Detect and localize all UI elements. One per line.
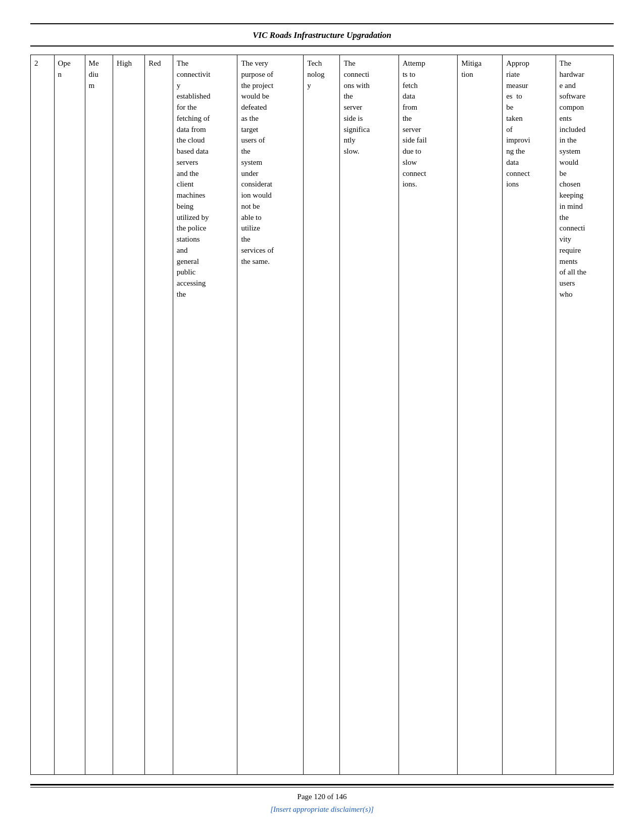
cell-connections: The connecti ons with the server side is… xyxy=(340,55,399,775)
main-table: 2 Open Medium High Red The connectivit y… xyxy=(30,55,614,775)
footer-disclaimer: [Insert appropriate disclaimer(s)] xyxy=(270,805,373,814)
cell-ope: Open xyxy=(54,55,85,775)
header-line-bottom xyxy=(30,45,614,47)
cell-attempts: Attemp ts to fetch data from the server … xyxy=(399,55,458,775)
cell-appropriate: Approp riate measur es to be taken of im… xyxy=(503,55,556,775)
cell-high: High xyxy=(113,55,145,775)
cell-num: 2 xyxy=(31,55,55,775)
table-row: 2 Open Medium High Red The connectivit y… xyxy=(31,55,614,775)
footer-line-top xyxy=(30,784,614,785)
page-header: VIC Roads Infrastructure Upgradation xyxy=(30,20,614,50)
cell-vpurpose: The very purpose of the project would be… xyxy=(237,55,304,775)
page-footer: Page 120 of 146 [Insert appropriate disc… xyxy=(30,784,614,814)
footer-line-bottom xyxy=(30,787,614,787)
cell-mitigation: Mitiga tion xyxy=(458,55,503,775)
cell-me: Medium xyxy=(85,55,113,775)
cell-red: Red xyxy=(145,55,173,775)
header-line-top xyxy=(30,23,614,24)
page-title: VIC Roads Infrastructure Upgradation xyxy=(30,27,614,42)
cell-components: The hardwar e and software compon ents i… xyxy=(556,55,613,775)
cell-tech: Tech nolog y xyxy=(304,55,340,775)
footer-page-number: Page 120 of 146 xyxy=(298,793,347,801)
cell-desc: The connectivit y established for the fe… xyxy=(173,55,237,775)
